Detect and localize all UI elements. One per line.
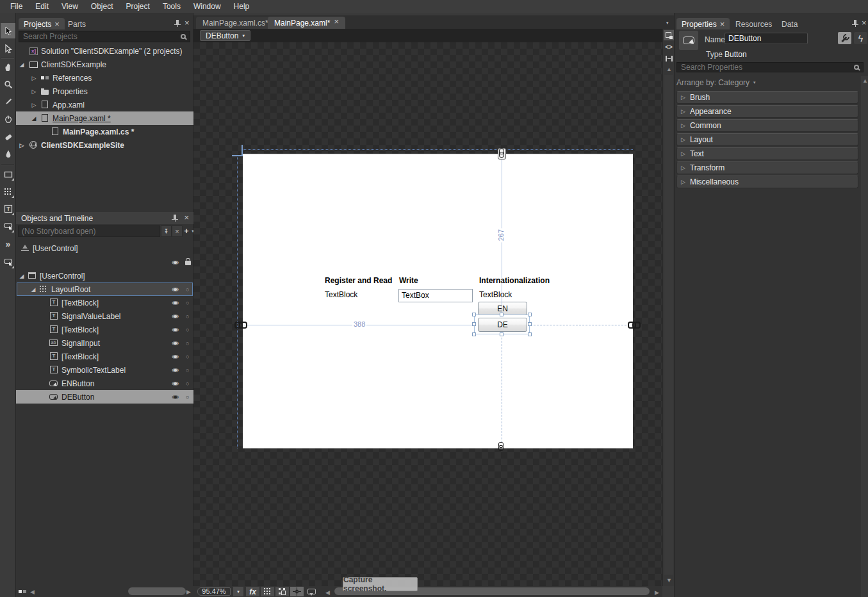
properties-scrollbar[interactable]: ▲ bbox=[861, 76, 868, 597]
tree-item-mainpage-cs[interactable]: MainPage.xaml.cs * bbox=[16, 125, 193, 138]
menu-project[interactable]: Project bbox=[120, 0, 156, 13]
visibility-eye-icon[interactable]: ◉ bbox=[172, 367, 179, 373]
tab-mainpage-cs[interactable]: MainPage.xaml.cs* bbox=[196, 17, 275, 29]
menu-object[interactable]: Object bbox=[85, 0, 120, 13]
visibility-eye-icon[interactable]: ◉ bbox=[172, 300, 179, 306]
tab-parts[interactable]: Parts bbox=[63, 18, 91, 29]
tree-item-solution[interactable]: Solution "ClientSDKExample" (2 projects) bbox=[16, 44, 193, 58]
expander-icon[interactable]: ▷ bbox=[31, 102, 37, 108]
tree-item-mainpage-xaml[interactable]: ◢ MainPage.xaml * bbox=[16, 111, 193, 125]
lock-dot-icon[interactable]: ○ bbox=[186, 367, 189, 373]
ink-droplet-tool[interactable] bbox=[1, 146, 15, 161]
objects-item-signalvaluelabel[interactable]: SignalValueLabel ◉ ○ bbox=[16, 309, 193, 323]
resize-handle-sw[interactable] bbox=[472, 332, 476, 336]
category-common[interactable]: ▷Common bbox=[676, 119, 858, 132]
scroll-down-icon[interactable]: ▼ bbox=[666, 577, 672, 584]
visibility-eye-icon[interactable]: ◉ bbox=[172, 394, 179, 400]
text-control-tool[interactable]: T bbox=[1, 201, 15, 217]
top-anchor-handle[interactable] bbox=[498, 148, 506, 159]
objects-item-textblock3[interactable]: [TextBlock] ◉ ○ bbox=[16, 350, 193, 363]
lock-dot-icon[interactable]: ○ bbox=[186, 313, 189, 320]
design-view-button[interactable] bbox=[664, 30, 674, 40]
layout-panel-tool[interactable] bbox=[1, 184, 15, 199]
scroll-left-icon[interactable]: ◀ bbox=[325, 589, 330, 596]
tab-resources[interactable]: Resources bbox=[730, 18, 777, 29]
search-projects-input[interactable] bbox=[23, 32, 181, 41]
breadcrumb-debutton[interactable]: DEButton ▾ bbox=[200, 30, 250, 41]
category-miscellaneous[interactable]: ▷Miscellaneous bbox=[676, 176, 858, 188]
lock-dot-icon[interactable]: ○ bbox=[186, 286, 189, 293]
tab-mainpage-xaml[interactable]: MainPage.xaml* × bbox=[268, 17, 345, 29]
category-brush[interactable]: ▷Brush bbox=[676, 91, 858, 104]
tree-item-appxaml[interactable]: ▷ App.xaml bbox=[16, 98, 193, 111]
resize-handle-e[interactable] bbox=[528, 322, 532, 326]
visibility-eye-icon[interactable]: ◉ bbox=[172, 340, 179, 346]
objects-item-enbutton[interactable]: ENButton ◉ ○ bbox=[16, 377, 193, 390]
xaml-view-button[interactable]: <> bbox=[664, 42, 674, 52]
tree-item-references[interactable]: ▷ References bbox=[16, 71, 193, 85]
lock-dot-icon[interactable]: ○ bbox=[186, 327, 189, 333]
canvas-textbox-signalinput[interactable]: TextBox bbox=[398, 289, 473, 302]
storyboard-close-button[interactable]: × bbox=[172, 225, 183, 237]
category-transform[interactable]: ▷Transform bbox=[676, 161, 858, 174]
selection-tool[interactable] bbox=[1, 23, 15, 38]
close-icon[interactable]: × bbox=[184, 20, 190, 26]
show-grid-toggle[interactable] bbox=[261, 587, 274, 596]
canvas-textblock-symbolic[interactable]: TextBlock bbox=[479, 290, 512, 299]
rectangle-tool[interactable] bbox=[1, 167, 15, 182]
storyboard-chevron-button[interactable]: ▾ ▾ bbox=[161, 225, 172, 237]
zoom-level[interactable]: 95.47% bbox=[197, 587, 231, 596]
storyboard-picker[interactable]: (No Storyboard open) bbox=[18, 225, 160, 237]
annotations-toggle[interactable] bbox=[305, 587, 318, 596]
objects-item-usercontrol[interactable]: ◢ [UserControl] bbox=[16, 269, 193, 282]
objects-item-textblock2[interactable]: [TextBlock] ◉ ○ bbox=[16, 323, 193, 336]
objects-item-layoutroot[interactable]: ◢ LayoutRoot ◉ ○ bbox=[17, 282, 193, 296]
objects-item-debutton[interactable]: DEButton ◉ ○ bbox=[16, 390, 193, 404]
resize-handle-se[interactable] bbox=[528, 332, 532, 336]
visibility-eye-icon[interactable]: ◉ bbox=[172, 354, 179, 359]
button-control-tool[interactable] bbox=[1, 218, 15, 234]
name-input[interactable] bbox=[725, 33, 808, 44]
assets-chevron-tool[interactable]: » bbox=[1, 236, 15, 252]
expander-icon[interactable]: ▷ bbox=[31, 88, 37, 95]
category-text[interactable]: ▷Text bbox=[676, 147, 858, 160]
close-icon[interactable]: × bbox=[54, 21, 60, 28]
lock-dot-icon[interactable]: ○ bbox=[186, 394, 189, 400]
lock-dot-icon[interactable]: ○ bbox=[186, 380, 189, 387]
horizontal-scrollbar-thumb[interactable] bbox=[128, 587, 186, 595]
visibility-eye-icon[interactable]: ◉ bbox=[172, 286, 179, 292]
eyedropper-tool[interactable] bbox=[1, 94, 15, 110]
resize-handle-ne[interactable] bbox=[528, 313, 532, 316]
scope-breadcrumb[interactable]: [UserControl] bbox=[16, 241, 193, 255]
expander-icon[interactable]: ▷ bbox=[19, 142, 25, 149]
tree-item-properties-folder[interactable]: ▷ Properties bbox=[16, 85, 193, 98]
close-icon[interactable]: × bbox=[720, 21, 725, 28]
close-icon[interactable]: × bbox=[862, 20, 867, 26]
paint-bucket-tool[interactable] bbox=[1, 111, 15, 127]
objects-item-signalinput[interactable]: SignalInput ◉ ○ bbox=[16, 336, 193, 350]
scroll-right-icon[interactable]: ▶ bbox=[186, 589, 191, 595]
tab-projects[interactable]: Projects × bbox=[19, 18, 65, 29]
resize-handle-s[interactable] bbox=[500, 332, 504, 336]
close-icon[interactable]: × bbox=[184, 215, 189, 221]
expander-icon[interactable]: ◢ bbox=[31, 115, 37, 122]
category-layout[interactable]: ▷Layout bbox=[676, 133, 858, 146]
scroll-right-icon[interactable]: ▶ bbox=[655, 589, 659, 596]
right-anchor-handle[interactable] bbox=[628, 321, 639, 327]
scroll-left-icon[interactable]: ◀ bbox=[30, 589, 35, 595]
scroll-up-icon[interactable]: ▲ bbox=[666, 66, 672, 72]
tree-item-site-project[interactable]: ▷ ClientSDKExampleSite bbox=[16, 138, 193, 152]
effects-toggle[interactable]: fx bbox=[246, 587, 259, 596]
menu-tools[interactable]: Tools bbox=[156, 0, 187, 13]
events-mode-button[interactable]: ϟ bbox=[854, 32, 867, 44]
tab-properties[interactable]: Properties × bbox=[676, 18, 730, 29]
category-appearance[interactable]: ▷Appearance bbox=[676, 105, 858, 118]
expander-icon[interactable]: ◢ bbox=[19, 61, 25, 68]
tab-data[interactable]: Data bbox=[776, 18, 803, 29]
menu-window[interactable]: Window bbox=[187, 0, 227, 13]
lock-icon[interactable] bbox=[185, 261, 191, 265]
snap-grid-toggle[interactable] bbox=[275, 587, 289, 596]
bottom-anchor-handle[interactable] bbox=[498, 442, 506, 452]
menu-file[interactable]: File bbox=[4, 0, 29, 13]
snap-guides-toggle[interactable] bbox=[290, 587, 304, 596]
